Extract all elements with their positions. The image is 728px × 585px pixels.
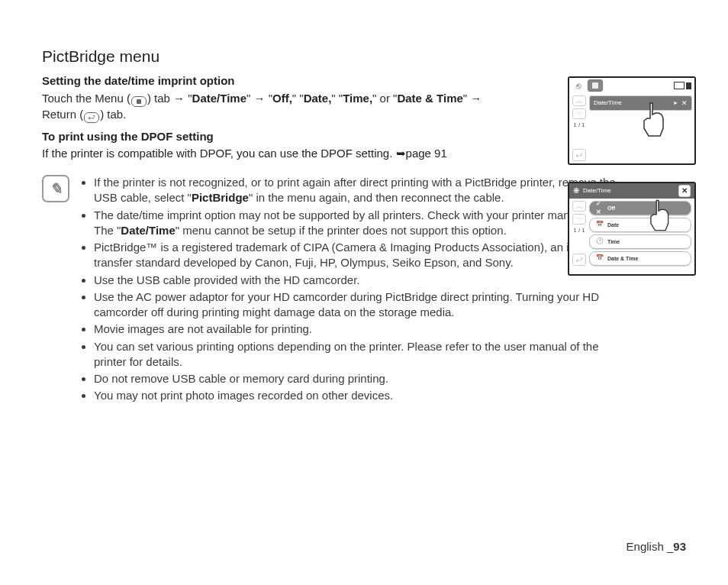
arrow-icon: → bbox=[470, 92, 482, 105]
scroll-up-button[interactable]: ︿ bbox=[572, 95, 586, 106]
list-item: You can set various printing options dep… bbox=[94, 339, 630, 370]
list-item: Movie images are not available for print… bbox=[94, 322, 630, 337]
opt-off: Off, bbox=[272, 92, 292, 105]
footer-lang: English bbox=[627, 540, 667, 553]
note-post: " in the menu again, and then reconnect … bbox=[249, 191, 504, 204]
dpof-text: If the printer is compatible with DPOF, … bbox=[42, 147, 396, 160]
subheading-dpof: To print using the DPOF setting bbox=[42, 129, 630, 144]
calendar-icon: 📅 bbox=[596, 221, 604, 229]
intro-return: Return ( bbox=[42, 108, 83, 121]
note-post: " menu cannot be setup if the printer do… bbox=[176, 224, 507, 237]
gear-icon: ❋ bbox=[573, 186, 579, 196]
close-button[interactable]: ✕ bbox=[678, 185, 691, 197]
submenu-title: Date/Time bbox=[583, 187, 611, 196]
note-icon: ✎ bbox=[42, 175, 69, 202]
arrow-icon: → bbox=[173, 92, 185, 105]
hand-pointer-icon bbox=[635, 99, 677, 141]
list-item: Do not remove USB cable or memory card d… bbox=[94, 371, 630, 386]
opt-date-time: Date/Time bbox=[192, 92, 246, 105]
intro-or: or bbox=[376, 92, 393, 105]
intro-text: Touch the Menu () tab → "Date/Time" → "O… bbox=[42, 91, 630, 123]
return-tab-icon: ⮐ bbox=[84, 112, 99, 123]
page-footer: English _93 bbox=[627, 539, 686, 554]
menu-tab-icon bbox=[131, 96, 147, 107]
page-ref: page 91 bbox=[406, 147, 447, 160]
option-label: Date & Time bbox=[607, 255, 638, 262]
scroll-up-button[interactable]: ︿ bbox=[572, 201, 586, 212]
list-item: The date/time imprint option may not be … bbox=[94, 208, 630, 239]
list-item: Use the AC power adaptor for your HD cam… bbox=[94, 289, 630, 321]
pager-label: 1 / 1 bbox=[572, 121, 586, 130]
option-date-and-time[interactable]: 📅 Date & Time bbox=[589, 251, 691, 266]
battery-status-icon bbox=[674, 82, 691, 89]
dpof-line: If the printer is compatible with DPOF, … bbox=[42, 146, 630, 161]
ui-screenshot-menu: ⎋ ︿ ﹀ 1 / 1 ⮐ Date/Time ► bbox=[568, 76, 696, 165]
clock-icon: 🕐 bbox=[596, 238, 604, 246]
option-label: Off bbox=[607, 205, 615, 212]
arrow-icon: → bbox=[254, 92, 266, 105]
cross-icon: ✕ bbox=[681, 99, 688, 108]
intro-return-after: ) tab. bbox=[100, 108, 126, 121]
page-ref-arrow-icon: ➥ bbox=[396, 147, 406, 160]
subheading-imprint: Setting the date/time imprint option bbox=[42, 73, 630, 89]
opt-date-and-time: Date & Time bbox=[397, 92, 462, 105]
list-item: PictBridge™ is a registered trademark of… bbox=[94, 240, 630, 271]
footer-page-number: 93 bbox=[673, 540, 686, 553]
menu-tab-icon[interactable] bbox=[588, 79, 603, 92]
notes-list: If the printer is not recognized, or to … bbox=[79, 175, 630, 406]
option-label: Date bbox=[607, 221, 619, 228]
return-button[interactable]: ⮐ bbox=[572, 254, 586, 266]
note-bold: PictBridge bbox=[192, 191, 249, 204]
opt-date: Date, bbox=[304, 92, 332, 105]
pager-label: 1 / 1 bbox=[572, 227, 586, 235]
intro-touch: Touch the Menu ( bbox=[42, 92, 130, 105]
list-item: If the printer is not recognized, or to … bbox=[94, 175, 630, 206]
pictbridge-logo-icon: ⎋ bbox=[572, 79, 585, 92]
option-time[interactable]: 🕐 Time bbox=[589, 234, 691, 249]
intro-tab-after: ) tab bbox=[147, 92, 173, 105]
option-label: Time bbox=[607, 238, 620, 245]
list-item: Use the USB cable provided with the HD c… bbox=[94, 273, 630, 288]
calendar-icon: 📅 bbox=[596, 254, 604, 263]
scroll-down-button[interactable]: ﹀ bbox=[572, 108, 586, 119]
check-cross-icon: ✓ ✕ bbox=[596, 200, 604, 217]
opt-time: Time, bbox=[343, 92, 372, 105]
return-button[interactable]: ⮐ bbox=[572, 149, 586, 161]
note-bold: Date/Time bbox=[121, 224, 175, 237]
list-item: You may not print photo images recorded … bbox=[94, 388, 630, 403]
row-label: Date/Time bbox=[594, 99, 622, 108]
scroll-down-button[interactable]: ﹀ bbox=[572, 214, 586, 225]
page-title: PictBridge menu bbox=[42, 46, 630, 67]
ui-screenshot-datetime-options: ❋ Date/Time ✕ ︿ ﹀ 1 / 1 ⮐ ✓ ✕ Off bbox=[568, 182, 696, 276]
hand-pointer-icon bbox=[643, 197, 681, 235]
